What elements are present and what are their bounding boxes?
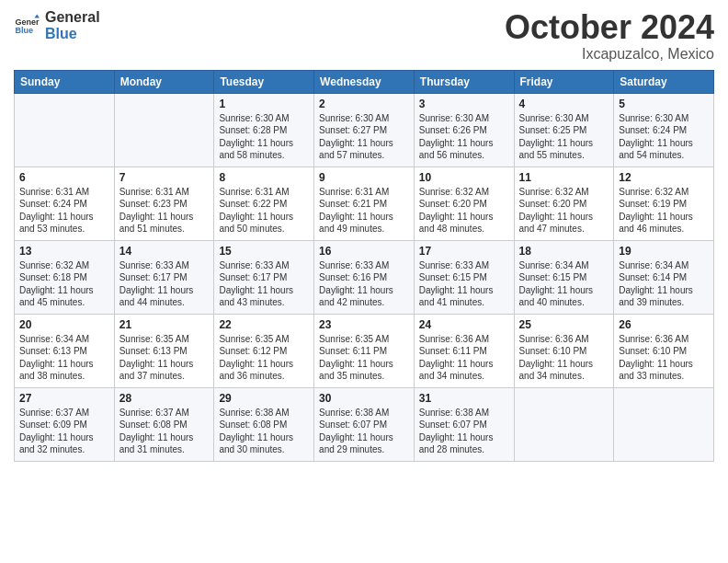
day-number: 15 [219,245,309,258]
header: General Blue General Blue October 2024 I… [14,9,714,63]
day-cell: 19Sunrise: 6:34 AMSunset: 6:14 PMDayligh… [614,240,714,314]
day-info: Sunrise: 6:36 AMSunset: 6:10 PMDaylight:… [619,333,709,383]
day-cell: 14Sunrise: 6:33 AMSunset: 6:17 PMDayligh… [114,240,214,314]
day-info: Sunrise: 6:30 AMSunset: 6:25 PMDaylight:… [519,112,609,162]
day-cell: 7Sunrise: 6:31 AMSunset: 6:23 PMDaylight… [114,167,214,240]
day-cell: 3Sunrise: 6:30 AMSunset: 6:26 PMDaylight… [414,93,514,167]
weekday-header-friday: Friday [514,70,614,93]
day-info: Sunrise: 6:32 AMSunset: 6:18 PMDaylight:… [19,259,109,309]
day-cell: 1Sunrise: 6:30 AMSunset: 6:28 PMDaylight… [214,93,314,167]
day-number: 17 [419,245,509,258]
day-number: 21 [119,318,210,331]
day-number: 4 [519,98,609,110]
day-cell: 28Sunrise: 6:37 AMSunset: 6:08 PMDayligh… [114,387,214,461]
day-number: 16 [319,245,409,258]
weekday-header-row: SundayMondayTuesdayWednesdayThursdayFrid… [15,70,714,93]
day-number: 13 [19,245,109,258]
day-number: 20 [19,318,109,331]
day-number: 9 [319,171,409,184]
day-cell: 13Sunrise: 6:32 AMSunset: 6:18 PMDayligh… [15,240,115,314]
day-info: Sunrise: 6:30 AMSunset: 6:27 PMDaylight:… [319,112,409,162]
day-number: 7 [119,171,210,184]
day-cell: 31Sunrise: 6:38 AMSunset: 6:07 PMDayligh… [414,387,514,461]
day-cell: 9Sunrise: 6:31 AMSunset: 6:21 PMDaylight… [314,167,415,240]
day-info: Sunrise: 6:37 AMSunset: 6:08 PMDaylight:… [119,407,210,456]
day-info: Sunrise: 6:35 AMSunset: 6:13 PMDaylight:… [119,333,210,383]
day-cell: 15Sunrise: 6:33 AMSunset: 6:17 PMDayligh… [214,240,314,314]
logo-blue: Blue [45,26,100,42]
day-number: 12 [619,171,709,184]
day-info: Sunrise: 6:31 AMSunset: 6:23 PMDaylight:… [119,186,210,236]
day-number: 22 [219,318,309,331]
week-row-2: 6Sunrise: 6:31 AMSunset: 6:24 PMDaylight… [15,167,714,240]
day-number: 26 [619,318,709,331]
day-number: 1 [219,98,309,110]
month-title: October 2024 [505,9,714,46]
day-cell: 8Sunrise: 6:31 AMSunset: 6:22 PMDaylight… [214,167,314,240]
day-info: Sunrise: 6:32 AMSunset: 6:20 PMDaylight:… [519,186,609,236]
day-number: 29 [219,392,309,405]
day-number: 23 [319,318,409,331]
day-info: Sunrise: 6:31 AMSunset: 6:22 PMDaylight:… [219,186,309,236]
day-info: Sunrise: 6:31 AMSunset: 6:24 PMDaylight:… [19,186,109,236]
day-info: Sunrise: 6:38 AMSunset: 6:07 PMDaylight:… [419,407,509,456]
day-cell: 25Sunrise: 6:36 AMSunset: 6:10 PMDayligh… [514,314,614,387]
day-info: Sunrise: 6:33 AMSunset: 6:17 PMDaylight:… [119,259,210,309]
day-cell: 23Sunrise: 6:35 AMSunset: 6:11 PMDayligh… [314,314,415,387]
day-cell [514,387,614,461]
day-info: Sunrise: 6:34 AMSunset: 6:15 PMDaylight:… [519,259,609,309]
day-cell [614,387,714,461]
weekday-header-wednesday: Wednesday [314,70,415,93]
day-number: 24 [419,318,509,331]
weekday-header-monday: Monday [114,70,214,93]
day-info: Sunrise: 6:32 AMSunset: 6:20 PMDaylight:… [419,186,509,236]
weekday-header-tuesday: Tuesday [214,70,314,93]
day-info: Sunrise: 6:32 AMSunset: 6:19 PMDaylight:… [619,186,709,236]
day-info: Sunrise: 6:33 AMSunset: 6:15 PMDaylight:… [419,259,509,309]
day-cell: 16Sunrise: 6:33 AMSunset: 6:16 PMDayligh… [314,240,415,314]
logo: General Blue General Blue [14,9,100,41]
day-cell: 4Sunrise: 6:30 AMSunset: 6:25 PMDaylight… [514,93,614,167]
day-info: Sunrise: 6:33 AMSunset: 6:16 PMDaylight:… [319,259,409,309]
day-number: 8 [219,171,309,184]
day-info: Sunrise: 6:36 AMSunset: 6:11 PMDaylight:… [419,333,509,383]
logo-general: General [45,9,100,26]
day-number: 14 [119,245,210,258]
day-cell: 20Sunrise: 6:34 AMSunset: 6:13 PMDayligh… [15,314,115,387]
day-number: 3 [419,98,509,110]
day-cell: 29Sunrise: 6:38 AMSunset: 6:08 PMDayligh… [214,387,314,461]
day-cell: 17Sunrise: 6:33 AMSunset: 6:15 PMDayligh… [414,240,514,314]
day-info: Sunrise: 6:34 AMSunset: 6:13 PMDaylight:… [19,333,109,383]
day-info: Sunrise: 6:33 AMSunset: 6:17 PMDaylight:… [219,259,309,309]
day-info: Sunrise: 6:30 AMSunset: 6:28 PMDaylight:… [219,112,309,162]
day-number: 10 [419,171,509,184]
day-number: 31 [419,392,509,405]
day-number: 18 [519,245,609,258]
day-cell [114,93,214,167]
day-cell: 30Sunrise: 6:38 AMSunset: 6:07 PMDayligh… [314,387,415,461]
day-number: 25 [519,318,609,331]
day-cell: 12Sunrise: 6:32 AMSunset: 6:19 PMDayligh… [614,167,714,240]
logo-icon: General Blue [14,13,40,39]
weekday-header-thursday: Thursday [414,70,514,93]
day-number: 30 [319,392,409,405]
day-info: Sunrise: 6:34 AMSunset: 6:14 PMDaylight:… [619,259,709,309]
day-info: Sunrise: 6:35 AMSunset: 6:11 PMDaylight:… [319,333,409,383]
day-cell: 5Sunrise: 6:30 AMSunset: 6:24 PMDaylight… [614,93,714,167]
day-cell: 18Sunrise: 6:34 AMSunset: 6:15 PMDayligh… [514,240,614,314]
day-info: Sunrise: 6:35 AMSunset: 6:12 PMDaylight:… [219,333,309,383]
day-cell: 27Sunrise: 6:37 AMSunset: 6:09 PMDayligh… [15,387,115,461]
page: General Blue General Blue October 2024 I… [0,0,728,563]
day-cell: 11Sunrise: 6:32 AMSunset: 6:20 PMDayligh… [514,167,614,240]
day-info: Sunrise: 6:38 AMSunset: 6:08 PMDaylight:… [219,407,309,456]
day-info: Sunrise: 6:36 AMSunset: 6:10 PMDaylight:… [519,333,609,383]
week-row-3: 13Sunrise: 6:32 AMSunset: 6:18 PMDayligh… [15,240,714,314]
day-number: 28 [119,392,210,405]
day-info: Sunrise: 6:37 AMSunset: 6:09 PMDaylight:… [19,407,109,456]
day-cell: 22Sunrise: 6:35 AMSunset: 6:12 PMDayligh… [214,314,314,387]
day-cell: 26Sunrise: 6:36 AMSunset: 6:10 PMDayligh… [614,314,714,387]
day-number: 6 [19,171,109,184]
day-cell: 10Sunrise: 6:32 AMSunset: 6:20 PMDayligh… [414,167,514,240]
day-cell: 6Sunrise: 6:31 AMSunset: 6:24 PMDaylight… [15,167,115,240]
location-title: Ixcapuzalco, Mexico [505,46,714,63]
